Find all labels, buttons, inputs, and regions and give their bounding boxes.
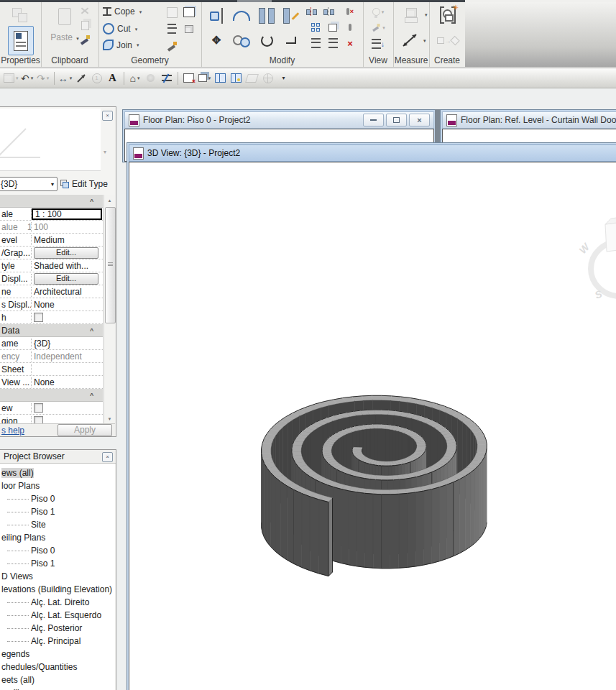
panel-label-properties[interactable]: Properties	[0, 55, 41, 67]
property-value[interactable]: None	[32, 377, 103, 387]
property-value[interactable]: 1 : 100	[32, 208, 102, 220]
apply-button[interactable]: Apply	[58, 424, 112, 436]
cut-scissors-icon[interactable]	[78, 5, 91, 17]
tree-item[interactable]: Alç. Lat. Esquerdo	[0, 609, 115, 622]
user-interface-button[interactable]	[229, 70, 244, 86]
tree-item[interactable]: Alç. Principal	[0, 635, 115, 648]
property-value[interactable]: ^	[88, 392, 103, 399]
properties-toggle-button[interactable]	[8, 26, 34, 55]
property-row[interactable]: /Grap... Edit...	[0, 247, 103, 259]
panel-label-clipboard[interactable]: Clipboard	[41, 55, 98, 67]
align-multiple-button[interactable]	[325, 37, 341, 50]
align-button[interactable]	[206, 5, 227, 27]
property-row[interactable]: Sheet	[0, 363, 103, 376]
delete-button[interactable]: ×	[342, 37, 358, 50]
create-group-button[interactable]: ✳	[438, 5, 457, 25]
detail-line-button[interactable]	[74, 70, 88, 86]
property-row[interactable]: alue 1: 100	[0, 221, 103, 234]
mirror-draw-axis-button[interactable]	[325, 5, 341, 18]
property-value[interactable]: ^	[88, 327, 103, 334]
copy-element-button[interactable]	[230, 29, 253, 51]
tree-item[interactable]: Piso 0	[0, 544, 115, 557]
property-row[interactable]: ale 1 : 100	[0, 208, 103, 221]
qat-customize-button[interactable]: ▾	[277, 70, 291, 86]
paste-label[interactable]: Paste ▾	[47, 32, 83, 42]
tree-item[interactable]: Piso 1	[0, 557, 115, 570]
tree-item[interactable]: D Views	[0, 570, 115, 583]
property-row[interactable]: ne Architectural	[0, 285, 103, 298]
3d-model-spiral-wall[interactable]	[129, 162, 616, 690]
offset-button[interactable]	[230, 5, 253, 27]
viewcube-cube-top[interactable]	[605, 216, 616, 224]
offset-lines-button[interactable]	[308, 37, 323, 50]
scroll-down-arrow[interactable]: ▼	[105, 414, 114, 424]
copy-icon[interactable]	[78, 19, 91, 31]
restore-button[interactable]	[386, 114, 407, 126]
property-value[interactable]: Architectural	[32, 287, 103, 297]
switch-windows-button[interactable]: ▾	[198, 70, 212, 86]
scrollbar-thumb[interactable]	[105, 207, 116, 323]
panel-label-geometry[interactable]: Geometry	[98, 55, 201, 67]
tree-item[interactable]: Piso 0	[0, 492, 115, 505]
text-button[interactable]: A	[106, 70, 120, 86]
window-titlebar[interactable]: Floor Plan: Ref. Level - Curtain Wall Do…	[442, 111, 616, 129]
viewcube-west-label[interactable]: W	[576, 240, 592, 256]
property-row[interactable]: Data ^	[0, 324, 103, 337]
measure-tools-button[interactable]	[399, 6, 423, 24]
property-row[interactable]: View ... None	[0, 376, 103, 389]
view-graphics-button[interactable]: ▾	[369, 6, 387, 17]
type-properties-icon[interactable]	[11, 6, 29, 24]
move-button[interactable]: ✥	[206, 29, 227, 51]
property-value[interactable]: {3D}	[32, 339, 103, 349]
redo-button[interactable]: ↷▾	[36, 70, 50, 86]
property-row[interactable]: ^	[0, 389, 103, 402]
array-button[interactable]	[308, 21, 323, 34]
unpin-button[interactable]: ×	[342, 5, 358, 18]
tag-button[interactable]: 1	[90, 70, 104, 86]
viewcube-cube-front[interactable]	[605, 221, 616, 252]
pin-button[interactable]	[342, 21, 358, 34]
close-button[interactable]: ×	[409, 114, 430, 126]
render-button[interactable]	[144, 70, 158, 86]
sketchpad-button[interactable]	[245, 70, 259, 86]
properties-help-link[interactable]: s help	[0, 426, 24, 436]
properties-scrollbar[interactable]: ▲ ▼	[104, 195, 115, 425]
undo-button[interactable]: ↶▾	[20, 70, 35, 86]
paste-icon[interactable]	[55, 6, 74, 27]
tree-item[interactable]: ews (all)	[0, 466, 115, 479]
panel-label-modify[interactable]: Modify	[201, 55, 363, 67]
beam-system-icon[interactable]	[182, 6, 196, 19]
wall-opening-icon[interactable]	[165, 6, 179, 19]
window-3d-view[interactable]: 3D View: {3D} - Project2 W S	[127, 142, 616, 690]
property-value[interactable]: Edit...	[32, 247, 103, 259]
thin-lines-button[interactable]: ↓	[369, 38, 387, 50]
demolish-icon[interactable]	[182, 22, 196, 35]
tree-item[interactable]: Alç. Posterior	[0, 622, 115, 635]
tree-item[interactable]: levations (Building Elevation)	[0, 583, 115, 596]
close-inactive-windows-button[interactable]: ×	[182, 70, 196, 86]
tree-item[interactable]: Site	[0, 518, 115, 531]
property-row[interactable]: s Displ... None	[0, 298, 103, 311]
preview-dropdown-icon[interactable]: ▾	[104, 149, 106, 155]
window-titlebar[interactable]: 3D View: {3D} - Project2	[129, 144, 616, 162]
property-row[interactable]: Displ... Edit...	[0, 272, 103, 285]
property-row[interactable]: ency Independent	[0, 350, 103, 363]
palette-close-button[interactable]: ×	[102, 452, 113, 462]
property-value[interactable]: Edit...	[32, 273, 103, 285]
scroll-up-arrow[interactable]: ▲	[105, 196, 114, 206]
dropdown-icon[interactable]: ▾	[425, 12, 428, 17]
property-value[interactable]	[32, 403, 103, 413]
project-browser-titlebar[interactable]: Project Browser	[0, 450, 116, 464]
property-row[interactable]: ^	[0, 195, 103, 208]
property-value[interactable]: 100	[32, 222, 103, 232]
tree-item[interactable]: chedules/Quantities	[0, 661, 115, 673]
type-selector-combobox[interactable]: {3D} ▾	[0, 177, 58, 191]
wall-sweep-icon[interactable]	[165, 22, 179, 35]
property-row[interactable]: evel Medium	[0, 234, 103, 247]
aligned-dimension-qat-button[interactable]: ↔▾	[58, 70, 73, 86]
tree-item[interactable]: Piso 1	[0, 505, 115, 518]
dropdown-icon[interactable]: ▾	[423, 38, 426, 43]
web-library-button[interactable]	[261, 70, 275, 86]
panel-label-view[interactable]: View	[363, 55, 393, 67]
tree-item[interactable]: eets (all)	[0, 673, 115, 686]
